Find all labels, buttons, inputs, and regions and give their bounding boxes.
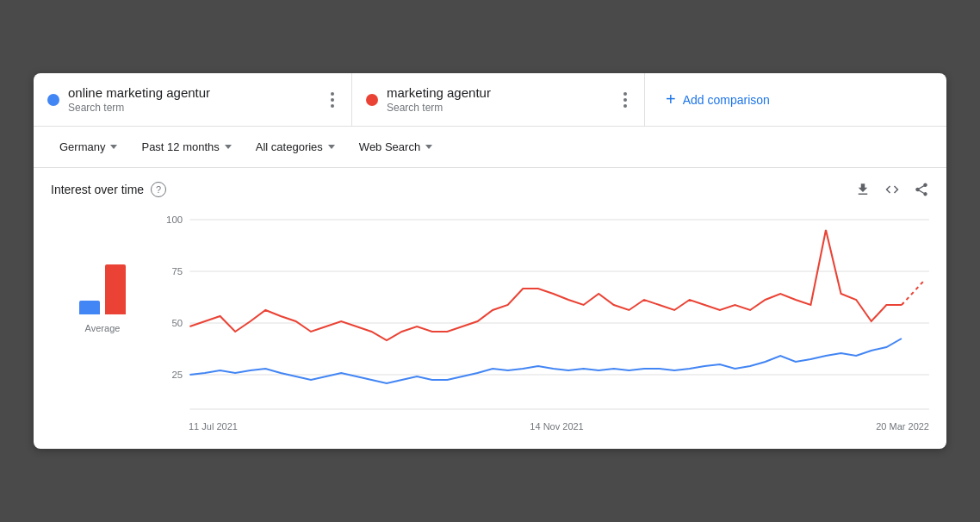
add-comparison-label: Add comparison [683, 93, 770, 107]
share-button[interactable] [914, 182, 929, 197]
download-button[interactable] [855, 182, 871, 197]
x-label-3: 20 Mar 2022 [876, 421, 929, 432]
chart-average: Average [51, 211, 154, 432]
svg-text:50: 50 [171, 318, 183, 328]
term-menu-1[interactable] [327, 89, 338, 111]
chart-actions [855, 182, 929, 197]
add-comparison-button[interactable]: + Add comparison [645, 73, 946, 126]
avg-bar-red [105, 264, 126, 314]
chart-main: 100 75 50 25 11 Jul [154, 211, 929, 432]
period-label: Past 12 months [141, 140, 219, 153]
chart-title-area: Interest over time ? [51, 182, 166, 197]
x-label-2: 14 Nov 2021 [530, 421, 583, 432]
term-name-2: marketing agentur [387, 85, 611, 100]
term-type-2: Search term [387, 102, 611, 114]
filters-bar: Germany Past 12 months All categories We… [34, 127, 946, 168]
search-type-label: Web Search [359, 140, 420, 153]
region-filter[interactable]: Germany [51, 135, 126, 158]
category-filter[interactable]: All categories [247, 135, 344, 158]
term-name-1: online marketing agentur [68, 85, 319, 100]
term-info-2: marketing agentur Search term [387, 85, 611, 114]
region-label: Germany [59, 140, 105, 153]
chevron-down-icon-4 [425, 145, 432, 149]
svg-text:25: 25 [171, 370, 183, 380]
chevron-down-icon-3 [328, 145, 335, 149]
help-icon[interactable]: ? [151, 182, 166, 197]
main-card: online marketing agentur Search term mar… [34, 73, 946, 449]
search-term-item-2: marketing agentur Search term [352, 73, 645, 126]
term-type-1: Search term [68, 102, 319, 114]
chart-header: Interest over time ? [51, 182, 929, 197]
svg-text:100: 100 [166, 214, 183, 225]
red-dotted-end [902, 280, 925, 305]
category-label: All categories [256, 140, 323, 153]
plus-icon: + [666, 90, 676, 109]
chart-svg: 100 75 50 25 [154, 211, 929, 418]
blue-line [189, 339, 902, 383]
embed-button[interactable] [884, 182, 900, 197]
average-label: Average [85, 323, 121, 333]
chart-section: Interest over time ? [34, 168, 946, 449]
chart-container: Average 100 [51, 211, 929, 432]
term-info-1: online marketing agentur Search term [68, 85, 319, 114]
search-type-filter[interactable]: Web Search [350, 135, 441, 158]
chart-title: Interest over time [51, 183, 144, 196]
chevron-down-icon [110, 145, 117, 149]
avg-bar-blue [79, 301, 100, 314]
svg-text:75: 75 [171, 266, 183, 277]
x-labels: 11 Jul 2021 14 Nov 2021 20 Mar 2022 [154, 418, 929, 432]
x-label-1: 11 Jul 2021 [189, 421, 238, 432]
term-dot-1 [47, 94, 59, 106]
avg-bars [79, 245, 126, 314]
red-line [189, 230, 902, 340]
term-menu-2[interactable] [620, 89, 630, 111]
search-term-item-1: online marketing agentur Search term [34, 73, 352, 126]
chevron-down-icon-2 [225, 145, 232, 149]
search-terms-bar: online marketing agentur Search term mar… [34, 73, 946, 127]
period-filter[interactable]: Past 12 months [133, 135, 239, 158]
term-dot-2 [366, 94, 378, 106]
chart-svg-wrap: 100 75 50 25 [154, 211, 929, 418]
